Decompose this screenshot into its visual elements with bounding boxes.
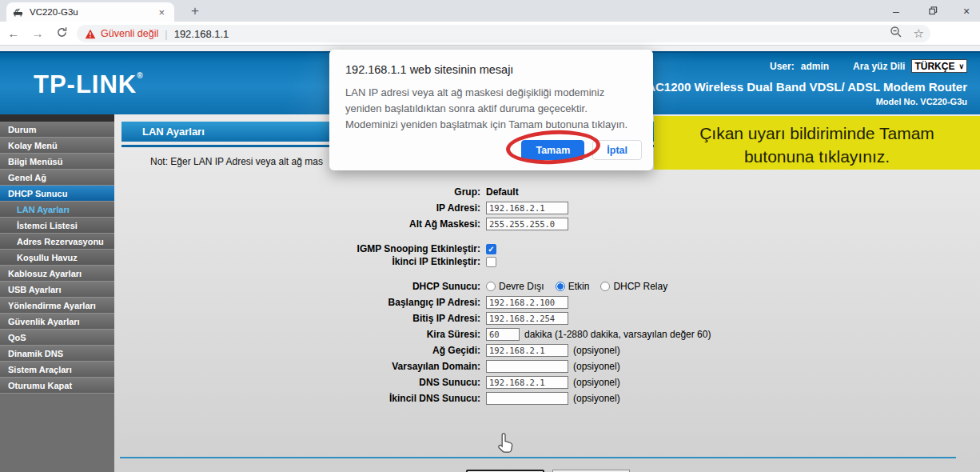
domain-optional: (opsiyonel) — [573, 361, 620, 372]
subnet-mask-field[interactable] — [486, 218, 568, 230]
dhcp-disabled-option[interactable]: Devre Dışı — [499, 281, 544, 292]
lease-time-hint: dakika (1-2880 dakika, varsayılan değer … — [524, 329, 711, 340]
sidebar-item-istemci-listesi[interactable]: İstemci Listesi — [0, 218, 114, 234]
ip-address-label: IP Adresi: — [114, 202, 486, 214]
instruction-banner: Çıkan uyarı bildiriminde Tamam butonuna … — [654, 116, 980, 170]
end-ip-field[interactable] — [486, 312, 568, 325]
sidebar-item-lan-ayarlari[interactable]: LAN Ayarları — [0, 202, 114, 218]
sidebar-top-strip — [0, 114, 114, 122]
tplink-logo: TP-LINK® — [34, 70, 144, 99]
language-select[interactable]: TÜRKÇE ∨ — [911, 59, 967, 73]
sidebar-item-dhcp-sunucu[interactable]: DHCP Sunucu — [0, 186, 114, 202]
gateway-label: Ağ Geçidi: — [114, 345, 486, 356]
sidebar-item-guvenlik-ayarlari[interactable]: Güvenlik Ayarları — [0, 314, 114, 330]
mouse-cursor-hand-icon — [496, 433, 516, 458]
dialog-title: 192.168.1.1 web sitesinin mesajı — [345, 63, 637, 76]
gateway-field[interactable] — [486, 344, 568, 357]
igmp-snooping-checkbox[interactable]: ✓ — [486, 244, 496, 254]
dhcp-enabled-option[interactable]: Etkin — [568, 281, 590, 292]
model-number: Model No. VC220-G3u — [876, 97, 967, 106]
end-ip-label: Bitiş IP Adresi: — [114, 313, 486, 324]
omnibox-separator: | — [165, 28, 167, 40]
sidebar-nav: Durum Kolay Menü Bilgi Menüsü Genel Ağ D… — [0, 114, 114, 472]
back-icon[interactable]: ← — [3, 26, 24, 40]
second-ip-label: İkinci IP Etkinleştir: — [114, 256, 486, 267]
sidebar-item-genel-ag[interactable]: Genel Ağ — [0, 170, 114, 186]
gateway-optional: (opsiyonel) — [573, 345, 620, 356]
secondary-dns-optional: (opsiyonel) — [573, 393, 620, 404]
tab-title: VC220-G3u — [30, 7, 155, 17]
ip-address-field[interactable] — [486, 202, 568, 214]
window-minimize-button[interactable]: – — [882, 0, 910, 22]
secondary-dns-field[interactable] — [486, 392, 568, 405]
default-domain-field[interactable] — [486, 360, 568, 373]
not-secure-warning-icon — [85, 29, 96, 39]
address-omnibox[interactable]: Güvenli değil | 192.168.1.1 ☆ — [77, 25, 930, 42]
sidebar-item-usb-ayarlari[interactable]: USB Ayarları — [0, 282, 114, 298]
window-restore-button[interactable] — [919, 0, 946, 22]
dns-server-field[interactable] — [486, 376, 568, 389]
footer-divider — [120, 457, 956, 458]
language-label: Ara yüz Dili — [853, 61, 905, 72]
reload-icon[interactable] — [51, 26, 72, 41]
user-value: admin — [801, 61, 829, 72]
sidebar-item-kolay-menu[interactable]: Kolay Menü — [0, 138, 114, 154]
browser-addressbar: ← → Güvenli değil | 192.168.1.1 ☆ ⋮ — [0, 22, 980, 46]
dhcp-relay-option[interactable]: DHCP Relay — [613, 281, 667, 292]
sidebar-item-adres-rezervasyonu[interactable]: Adres Rezervasyonu — [0, 234, 114, 250]
group-value: Default — [486, 186, 519, 198]
sidebar-item-sistem-araclari[interactable]: Sistem Araçları — [0, 362, 114, 378]
banner-line-1: Çıkan uyarı bildiriminde Tamam — [654, 122, 980, 146]
group-row: Grup: Default — [114, 184, 980, 200]
not-secure-label[interactable]: Güvenli değil — [101, 28, 158, 39]
new-tab-button[interactable]: + — [185, 2, 205, 21]
product-name: AC1200 Wireless Dual Band VDSL/ ADSL Mod… — [647, 80, 967, 94]
dhcp-disabled-radio[interactable] — [486, 282, 496, 291]
start-ip-field[interactable] — [486, 296, 568, 309]
js-confirm-dialog: 192.168.1.1 web sitesinin mesajı LAN IP … — [329, 50, 653, 170]
window-close-button[interactable]: × — [953, 0, 980, 22]
sidebar-item-bilgi-menusu[interactable]: Bilgi Menüsü — [0, 154, 114, 170]
user-label: User: — [770, 61, 795, 72]
lan-settings-form: Grup: Default IP Adresi: Alt Ağ Maskesi:… — [114, 184, 980, 406]
sidebar-item-dinamik-dns[interactable]: Dinamik DNS — [0, 346, 114, 362]
subnet-mask-label: Alt Ağ Maskesi: — [114, 218, 486, 230]
sidebar-item-durum[interactable]: Durum — [0, 122, 114, 138]
dns-optional: (opsiyonel) — [573, 377, 620, 388]
chevron-down-icon: ∨ — [958, 62, 964, 70]
default-domain-label: Varsayılan Domain: — [114, 361, 486, 372]
group-label: Grup: — [114, 186, 486, 198]
second-ip-checkbox[interactable] — [486, 257, 496, 267]
secondary-dns-label: İkincil DNS Sunucu: — [114, 393, 486, 404]
dns-server-label: DNS Sunucu: — [114, 377, 486, 388]
banner-line-2: butonuna tıklayınız. — [654, 146, 980, 169]
bookmark-star-icon[interactable]: ☆ — [914, 26, 924, 41]
igmp-snooping-label: IGMP Snooping Etkinleştir: — [114, 243, 486, 254]
dialog-message: LAN IP adresi veya alt ağ maskesi değişi… — [345, 85, 641, 133]
start-ip-label: Başlangıç IP Adresi: — [114, 297, 486, 308]
sidebar-item-kablosuz-ayarlari[interactable]: Kablosuz Ayarları — [0, 266, 114, 282]
sidebar-item-kosullu-havuz[interactable]: Koşullu Havuz — [0, 250, 114, 266]
dhcp-relay-radio[interactable] — [600, 282, 610, 291]
url-text[interactable]: 192.168.1.1 — [174, 28, 229, 40]
sidebar-item-oturumu-kapat[interactable]: Oturumu Kapat — [0, 378, 114, 394]
browser-tab[interactable]: VC220-G3u × — [6, 2, 174, 22]
sidebar-item-yonlendirme-ayarlari[interactable]: Yönlendirme Ayarları — [0, 298, 114, 314]
dhcp-enabled-radio[interactable] — [556, 282, 565, 291]
browser-tabstrip: VC220-G3u × + – × — [0, 0, 980, 22]
lease-time-field[interactable] — [486, 328, 520, 341]
lease-time-label: Kira Süresi: — [114, 329, 486, 340]
note-text: Not: Eğer LAN IP Adresi veya alt ağ mas — [150, 156, 329, 167]
tab-close-icon[interactable]: × — [155, 6, 168, 18]
sidebar-item-qos[interactable]: QoS — [0, 330, 114, 346]
dhcp-server-label: DHCP Sunucu: — [114, 281, 486, 292]
favicon-router-icon — [13, 7, 23, 18]
registered-mark: ® — [137, 71, 143, 80]
forward-icon[interactable]: → — [27, 26, 48, 40]
zoom-indicator-icon[interactable] — [890, 26, 902, 42]
